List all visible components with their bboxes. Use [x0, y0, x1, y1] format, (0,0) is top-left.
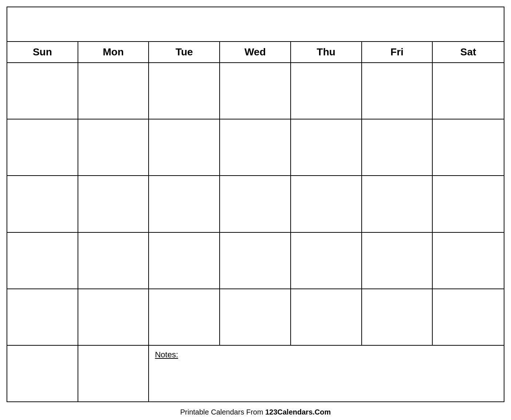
calendar-row-4 [7, 233, 504, 289]
cell-2-5[interactable] [291, 119, 362, 175]
cell-3-4[interactable] [220, 176, 291, 232]
cell-5-6[interactable] [362, 289, 433, 345]
calendar-title-row [7, 7, 504, 42]
cell-1-1[interactable] [7, 63, 78, 119]
calendar-row-2 [7, 119, 504, 176]
cell-3-6[interactable] [362, 176, 433, 232]
cell-1-5[interactable] [291, 63, 362, 119]
cell-1-6[interactable] [362, 63, 433, 119]
day-wed: Wed [220, 42, 291, 62]
notes-label: Notes: [155, 350, 178, 359]
footer-text-normal: Printable Calendars From [180, 408, 265, 416]
cell-1-7[interactable] [433, 63, 504, 119]
cell-1-3[interactable] [149, 63, 220, 119]
cell-3-5[interactable] [291, 176, 362, 232]
cell-5-4[interactable] [220, 289, 291, 345]
cell-4-1[interactable] [7, 233, 78, 288]
cell-1-2[interactable] [78, 63, 149, 119]
day-mon: Mon [78, 42, 149, 62]
cell-3-1[interactable] [7, 176, 78, 232]
day-thu: Thu [291, 42, 362, 62]
cell-4-4[interactable] [220, 233, 291, 288]
footer-text-bold: 123Calendars.Com [265, 408, 331, 416]
cell-4-2[interactable] [78, 233, 149, 288]
cell-2-3[interactable] [149, 119, 220, 175]
cell-5-3[interactable] [149, 289, 220, 345]
cell-4-3[interactable] [149, 233, 220, 288]
calendar-body: Notes: [7, 63, 504, 401]
cell-6-2[interactable] [78, 346, 149, 401]
calendar: Sun Mon Tue Wed Thu Fri Sat [7, 7, 504, 402]
cell-3-3[interactable] [149, 176, 220, 232]
cell-6-1[interactable] [7, 346, 78, 401]
cell-4-6[interactable] [362, 233, 433, 288]
calendar-row-5 [7, 289, 504, 346]
calendar-row-3 [7, 176, 504, 232]
cell-5-1[interactable] [7, 289, 78, 345]
notes-area[interactable]: Notes: [149, 346, 504, 401]
calendar-header: Sun Mon Tue Wed Thu Fri Sat [7, 42, 504, 63]
cell-3-2[interactable] [78, 176, 149, 232]
cell-2-1[interactable] [7, 119, 78, 175]
calendar-row-6: Notes: [7, 346, 504, 401]
cell-5-2[interactable] [78, 289, 149, 345]
cell-2-2[interactable] [78, 119, 149, 175]
cell-1-4[interactable] [220, 63, 291, 119]
cell-2-4[interactable] [220, 119, 291, 175]
cell-5-5[interactable] [291, 289, 362, 345]
cell-2-7[interactable] [433, 119, 504, 175]
cell-4-7[interactable] [433, 233, 504, 288]
cell-5-7[interactable] [433, 289, 504, 345]
day-sun: Sun [7, 42, 78, 62]
day-sat: Sat [433, 42, 504, 62]
cell-3-7[interactable] [433, 176, 504, 232]
calendar-row-1 [7, 63, 504, 119]
cell-2-6[interactable] [362, 119, 433, 175]
day-fri: Fri [362, 42, 433, 62]
cell-4-5[interactable] [291, 233, 362, 288]
footer: Printable Calendars From 123Calendars.Co… [7, 402, 504, 420]
day-tue: Tue [149, 42, 220, 62]
